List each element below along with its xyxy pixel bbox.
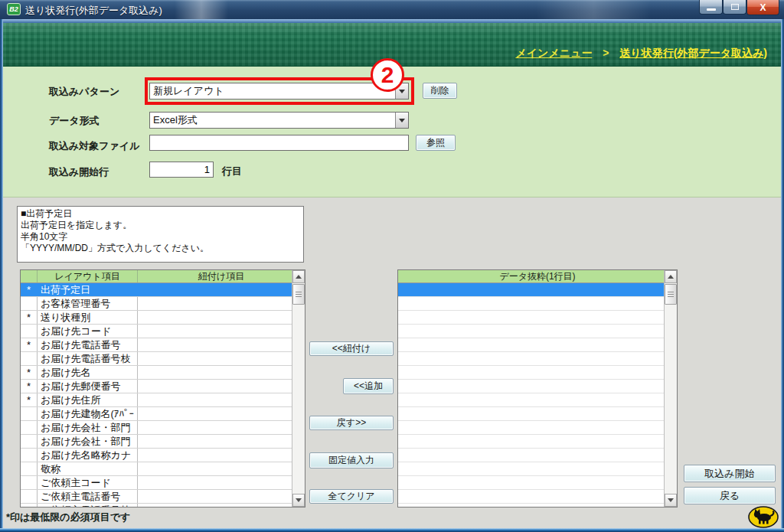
extract-row[interactable] [398, 504, 665, 508]
layout-table-row[interactable]: *送り状種別 [21, 311, 292, 325]
layout-table-row[interactable]: ご依頼主コード [21, 476, 292, 490]
layout-table-cell-required [21, 504, 38, 508]
scroll-up-button[interactable] [292, 270, 305, 283]
start-import-button[interactable]: 取込み開始 [684, 465, 776, 482]
extract-row[interactable] [398, 352, 665, 366]
layout-items-table: レイアウト項目 紐付け項目 *出荷予定日お客様管理番号*送り状種別お届け先コード… [20, 269, 305, 508]
layout-table-cell-mapped [138, 504, 292, 508]
layout-table-row[interactable]: お届け先建物名(ｱﾊﾟｰ [21, 407, 292, 421]
layout-table-row[interactable]: お届け先電話番号枝 [21, 352, 292, 366]
layout-table-row[interactable]: お届け先会社・部門 [21, 421, 292, 435]
arrow-up-icon [668, 275, 674, 279]
maximize-icon [731, 4, 739, 10]
layout-table-row[interactable]: 敬称 [21, 462, 292, 476]
yamato-cat-logo [748, 506, 779, 528]
layout-table-cell-required: * [21, 393, 38, 406]
clear-all-button[interactable]: 全てクリア [309, 489, 394, 504]
mapped-item-column-header: 紐付け項目 [138, 270, 305, 282]
extract-row[interactable] [398, 297, 665, 311]
delete-button[interactable]: 削除 [423, 83, 457, 99]
window-border-right [781, 19, 784, 528]
breadcrumb-separator: > [603, 47, 609, 59]
dropdown-arrow-icon[interactable] [395, 113, 408, 128]
extract-row[interactable] [398, 421, 665, 435]
extract-row[interactable] [398, 366, 665, 380]
layout-table-cell-item: お届け先名 [38, 366, 138, 379]
close-button[interactable]: X [746, 0, 779, 15]
layout-table-row[interactable]: *お届け先名 [21, 366, 292, 380]
extract-row[interactable] [398, 325, 665, 338]
layout-table-row[interactable]: ご依頼主電話番号 [21, 490, 292, 504]
layout-table-row[interactable]: お届け先名略称カナ [21, 449, 292, 462]
layout-table-row[interactable]: *お届け先住所 [21, 393, 292, 407]
arrow-down-icon [668, 498, 674, 502]
description-line: 半角10文字 [21, 231, 300, 243]
layout-table-cell-item: お届け先電話番号 [38, 338, 138, 351]
layout-table-body: *出荷予定日お客様管理番号*送り状種別お届け先コード*お届け先電話番号お届け先電… [21, 283, 292, 508]
arrow-down-icon [296, 498, 302, 502]
extract-row[interactable] [398, 462, 665, 476]
extract-row[interactable] [398, 311, 665, 325]
layout-table-cell-mapped [138, 311, 292, 324]
extract-row[interactable] [398, 283, 665, 297]
extract-row[interactable] [398, 380, 665, 393]
layout-table-row[interactable]: ご依頼主電話番号枝 [21, 504, 292, 508]
add-button[interactable]: <<追加 [343, 378, 394, 394]
layout-table-cell-mapped [138, 449, 292, 462]
layout-table-cell-mapped [138, 338, 292, 351]
browse-button[interactable]: 参照 [416, 135, 456, 151]
extract-row[interactable] [398, 407, 665, 421]
start-row-input[interactable] [149, 162, 214, 178]
layout-table-cell-mapped [138, 366, 292, 379]
start-row-label: 取込み開始行 [49, 165, 109, 179]
maximize-button[interactable] [723, 0, 746, 15]
undo-button[interactable]: 戻す>> [309, 416, 394, 430]
scroll-thumb[interactable] [292, 284, 305, 305]
layout-table-cell-mapped [138, 490, 292, 503]
field-description-box: ■出荷予定日 出荷予定日を指定します。 半角10文字 「YYYY/MM/DD」方… [17, 206, 304, 263]
layout-table-cell-required: * [21, 338, 38, 351]
extract-row[interactable] [398, 338, 665, 352]
back-button[interactable]: 戻る [684, 487, 776, 504]
layout-table-row[interactable]: お届け先コード [21, 325, 292, 338]
layout-table-cell-item: 敬称 [38, 462, 138, 475]
layout-table-scrollbar[interactable] [292, 270, 305, 507]
layout-table-cell-item: お届け先建物名(ｱﾊﾟｰ [38, 407, 138, 420]
layout-table-cell-mapped [138, 476, 292, 489]
layout-table-cell-mapped [138, 380, 292, 393]
layout-table-cell-mapped [138, 407, 292, 420]
data-format-dropdown[interactable]: Excel形式 [149, 112, 409, 129]
window-title: 送り状発行(外部データ取込み) [25, 4, 162, 18]
fixed-value-button[interactable]: 固定値入力 [309, 452, 394, 468]
layout-table-cell-item: お届け先会社・部門 [38, 435, 138, 448]
breadcrumb-current-link[interactable]: 送り状発行(外部データ取込み) [619, 47, 767, 59]
import-pattern-dropdown[interactable]: 新規レイアウト [149, 83, 409, 100]
layout-table-cell-mapped [138, 283, 292, 296]
data-format-label: データ形式 [49, 114, 100, 128]
layout-table-row[interactable]: お届け先会社・部門 [21, 435, 292, 449]
scroll-thumb[interactable] [665, 284, 677, 305]
scroll-down-button[interactable] [292, 494, 305, 507]
map-button[interactable]: <<紐付け [309, 341, 394, 356]
target-file-input[interactable] [149, 135, 409, 151]
layout-table-row[interactable]: *出荷予定日 [21, 283, 292, 297]
layout-table-row[interactable]: お客様管理番号 [21, 297, 292, 311]
layout-table-row[interactable]: *お届け先郵便番号 [21, 380, 292, 393]
annotation-step-badge: 2 [371, 58, 404, 92]
target-file-label: 取込み対象ファイル [49, 139, 140, 153]
layout-table-cell-required [21, 490, 38, 503]
layout-table-cell-required: * [21, 366, 38, 379]
extract-row[interactable] [398, 435, 665, 449]
extract-row[interactable] [398, 476, 665, 490]
extract-table-scrollbar[interactable] [664, 270, 677, 507]
minimize-button[interactable] [699, 0, 723, 15]
scroll-up-button[interactable] [665, 270, 677, 283]
breadcrumb-main-menu-link[interactable]: メインメニュー [515, 47, 592, 59]
extract-row[interactable] [398, 393, 665, 407]
extract-row[interactable] [398, 449, 665, 462]
layout-table-row[interactable]: *お届け先電話番号 [21, 338, 292, 352]
thumb-grip-icon [668, 292, 674, 297]
scroll-down-button[interactable] [665, 494, 677, 507]
layout-table-cell-item: お届け先会社・部門 [38, 421, 138, 434]
extract-row[interactable] [398, 490, 665, 504]
